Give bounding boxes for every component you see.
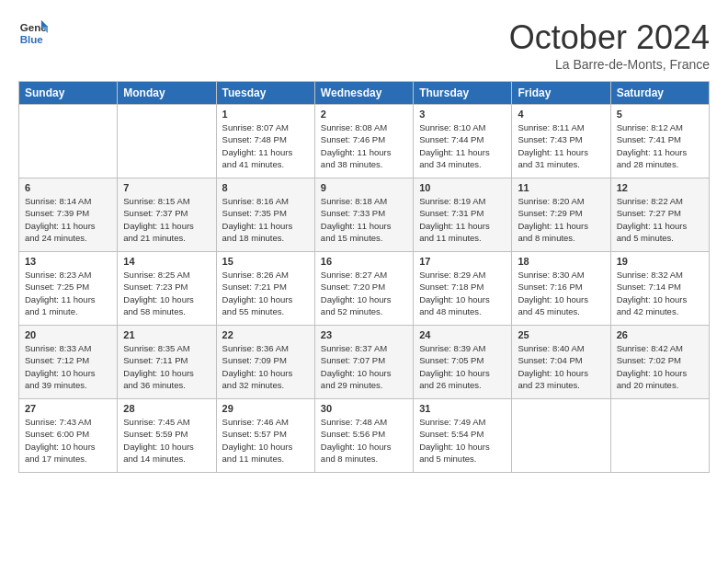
- calendar-day-cell: 1 Sunrise: 8:07 AMSunset: 7:48 PMDayligh…: [216, 105, 314, 178]
- calendar-day-cell: 15 Sunrise: 8:26 AMSunset: 7:21 PMDaylig…: [216, 252, 314, 326]
- day-number: 25: [518, 329, 604, 340]
- day-number: 5: [617, 109, 703, 120]
- month-title: October 2024: [509, 18, 710, 57]
- day-number: 23: [321, 329, 407, 340]
- calendar-day-cell: [118, 105, 216, 178]
- calendar-day-cell: 19 Sunrise: 8:32 AMSunset: 7:14 PMDaylig…: [610, 252, 709, 326]
- day-info: Sunrise: 8:35 AMSunset: 7:11 PMDaylight:…: [123, 342, 210, 391]
- calendar-day-cell: 24 Sunrise: 8:39 AMSunset: 7:05 PMDaylig…: [414, 326, 512, 399]
- day-info: Sunrise: 8:23 AMSunset: 7:25 PMDaylight:…: [25, 269, 111, 317]
- day-number: 20: [25, 329, 111, 340]
- calendar-day-cell: 26 Sunrise: 8:42 AMSunset: 7:02 PMDaylig…: [610, 326, 709, 399]
- calendar-day-cell: 6 Sunrise: 8:14 AMSunset: 7:39 PMDayligh…: [19, 178, 118, 252]
- day-info: Sunrise: 8:14 AMSunset: 7:39 PMDaylight:…: [25, 195, 111, 244]
- day-info: Sunrise: 7:49 AMSunset: 5:54 PMDaylight:…: [419, 416, 506, 465]
- day-info: Sunrise: 8:25 AMSunset: 7:23 PMDaylight:…: [123, 269, 210, 317]
- calendar-day-header: Monday: [118, 82, 216, 105]
- calendar-day-cell: 29 Sunrise: 7:46 AMSunset: 5:57 PMDaylig…: [216, 399, 314, 473]
- day-number: 9: [321, 182, 407, 193]
- calendar-day-cell: 17 Sunrise: 8:29 AMSunset: 7:18 PMDaylig…: [414, 252, 512, 326]
- day-info: Sunrise: 8:32 AMSunset: 7:14 PMDaylight:…: [617, 269, 703, 317]
- day-number: 31: [419, 403, 506, 414]
- day-number: 19: [617, 256, 703, 267]
- day-number: 22: [222, 329, 309, 340]
- day-info: Sunrise: 8:26 AMSunset: 7:21 PMDaylight:…: [222, 269, 309, 317]
- calendar-day-cell: 9 Sunrise: 8:18 AMSunset: 7:33 PMDayligh…: [314, 178, 413, 252]
- calendar-day-header: Tuesday: [216, 82, 314, 105]
- day-info: Sunrise: 7:46 AMSunset: 5:57 PMDaylight:…: [222, 416, 309, 465]
- day-info: Sunrise: 8:27 AMSunset: 7:20 PMDaylight:…: [321, 269, 407, 317]
- calendar-day-cell: 4 Sunrise: 8:11 AMSunset: 7:43 PMDayligh…: [512, 105, 610, 178]
- calendar-day-cell: 14 Sunrise: 8:25 AMSunset: 7:23 PMDaylig…: [118, 252, 216, 326]
- day-number: 26: [617, 329, 703, 340]
- day-number: 11: [518, 182, 604, 193]
- day-number: 7: [123, 182, 210, 193]
- calendar-day-cell: 7 Sunrise: 8:15 AMSunset: 7:37 PMDayligh…: [118, 178, 216, 252]
- day-number: 29: [222, 403, 309, 414]
- calendar-day-cell: 12 Sunrise: 8:22 AMSunset: 7:27 PMDaylig…: [610, 178, 709, 252]
- day-info: Sunrise: 8:40 AMSunset: 7:04 PMDaylight:…: [518, 342, 604, 391]
- calendar-day-cell: 8 Sunrise: 8:16 AMSunset: 7:35 PMDayligh…: [216, 178, 314, 252]
- calendar-day-cell: [512, 399, 610, 473]
- calendar-week-row: 13 Sunrise: 8:23 AMSunset: 7:25 PMDaylig…: [19, 252, 710, 326]
- calendar-day-header: Thursday: [414, 82, 512, 105]
- calendar-day-cell: 30 Sunrise: 7:48 AMSunset: 5:56 PMDaylig…: [314, 399, 413, 473]
- day-number: 3: [419, 109, 506, 120]
- day-info: Sunrise: 8:42 AMSunset: 7:02 PMDaylight:…: [617, 342, 703, 391]
- calendar-day-cell: 11 Sunrise: 8:20 AMSunset: 7:29 PMDaylig…: [512, 178, 610, 252]
- calendar-week-row: 1 Sunrise: 8:07 AMSunset: 7:48 PMDayligh…: [19, 105, 710, 178]
- day-info: Sunrise: 8:37 AMSunset: 7:07 PMDaylight:…: [321, 342, 407, 391]
- day-number: 24: [419, 329, 506, 340]
- day-info: Sunrise: 8:08 AMSunset: 7:46 PMDaylight:…: [321, 121, 407, 170]
- location: La Barre-de-Monts, France: [509, 57, 710, 72]
- day-number: 8: [222, 182, 309, 193]
- calendar-day-cell: 23 Sunrise: 8:37 AMSunset: 7:07 PMDaylig…: [314, 326, 413, 399]
- day-number: 12: [617, 182, 703, 193]
- calendar-day-header: Sunday: [19, 82, 118, 105]
- calendar-week-row: 27 Sunrise: 7:43 AMSunset: 6:00 PMDaylig…: [19, 399, 710, 473]
- logo: General Blue: [18, 18, 48, 48]
- day-info: Sunrise: 8:22 AMSunset: 7:27 PMDaylight:…: [617, 195, 703, 244]
- day-number: 13: [25, 256, 111, 267]
- calendar-day-cell: 20 Sunrise: 8:33 AMSunset: 7:12 PMDaylig…: [19, 326, 118, 399]
- day-number: 2: [321, 109, 407, 120]
- calendar-day-cell: [19, 105, 118, 178]
- day-info: Sunrise: 8:29 AMSunset: 7:18 PMDaylight:…: [419, 269, 506, 317]
- day-info: Sunrise: 8:39 AMSunset: 7:05 PMDaylight:…: [419, 342, 506, 391]
- day-info: Sunrise: 8:11 AMSunset: 7:43 PMDaylight:…: [518, 121, 604, 170]
- day-number: 21: [123, 329, 210, 340]
- title-block: October 2024 La Barre-de-Monts, France: [509, 18, 710, 72]
- calendar-day-cell: 25 Sunrise: 8:40 AMSunset: 7:04 PMDaylig…: [512, 326, 610, 399]
- calendar-day-cell: 28 Sunrise: 7:45 AMSunset: 5:59 PMDaylig…: [118, 399, 216, 473]
- day-info: Sunrise: 8:20 AMSunset: 7:29 PMDaylight:…: [518, 195, 604, 244]
- day-number: 18: [518, 256, 604, 267]
- day-number: 10: [419, 182, 506, 193]
- day-number: 28: [123, 403, 210, 414]
- day-number: 30: [321, 403, 407, 414]
- day-number: 17: [419, 256, 506, 267]
- day-info: Sunrise: 8:30 AMSunset: 7:16 PMDaylight:…: [518, 269, 604, 317]
- calendar-day-cell: 27 Sunrise: 7:43 AMSunset: 6:00 PMDaylig…: [19, 399, 118, 473]
- day-info: Sunrise: 8:33 AMSunset: 7:12 PMDaylight:…: [25, 342, 111, 391]
- calendar-day-cell: 21 Sunrise: 8:35 AMSunset: 7:11 PMDaylig…: [118, 326, 216, 399]
- calendar-table: SundayMondayTuesdayWednesdayThursdayFrid…: [18, 81, 710, 473]
- day-number: 27: [25, 403, 111, 414]
- day-info: Sunrise: 8:10 AMSunset: 7:44 PMDaylight:…: [419, 121, 506, 170]
- calendar-day-cell: 10 Sunrise: 8:19 AMSunset: 7:31 PMDaylig…: [414, 178, 512, 252]
- calendar-week-row: 20 Sunrise: 8:33 AMSunset: 7:12 PMDaylig…: [19, 326, 710, 399]
- calendar-day-cell: [610, 399, 709, 473]
- svg-text:Blue: Blue: [20, 34, 44, 45]
- calendar-day-cell: 22 Sunrise: 8:36 AMSunset: 7:09 PMDaylig…: [216, 326, 314, 399]
- calendar-body: 1 Sunrise: 8:07 AMSunset: 7:48 PMDayligh…: [19, 105, 710, 473]
- day-number: 15: [222, 256, 309, 267]
- day-info: Sunrise: 8:36 AMSunset: 7:09 PMDaylight:…: [222, 342, 309, 391]
- calendar-day-cell: 3 Sunrise: 8:10 AMSunset: 7:44 PMDayligh…: [414, 105, 512, 178]
- logo-icon: General Blue: [18, 18, 48, 48]
- day-info: Sunrise: 8:15 AMSunset: 7:37 PMDaylight:…: [123, 195, 210, 244]
- day-info: Sunrise: 8:16 AMSunset: 7:35 PMDaylight:…: [222, 195, 309, 244]
- page-header: General Blue October 2024 La Barre-de-Mo…: [18, 18, 710, 72]
- calendar-week-row: 6 Sunrise: 8:14 AMSunset: 7:39 PMDayligh…: [19, 178, 710, 252]
- day-info: Sunrise: 8:19 AMSunset: 7:31 PMDaylight:…: [419, 195, 506, 244]
- calendar-day-cell: 2 Sunrise: 8:08 AMSunset: 7:46 PMDayligh…: [314, 105, 413, 178]
- day-number: 1: [222, 109, 309, 120]
